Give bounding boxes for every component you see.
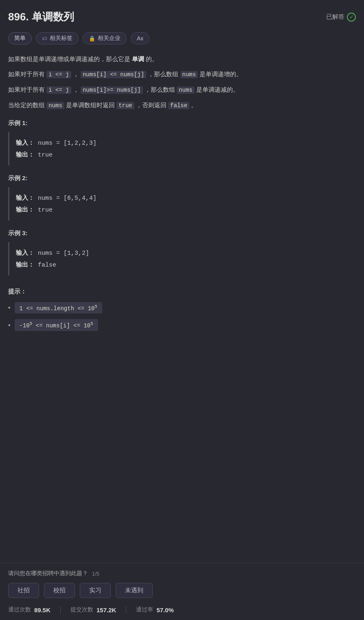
example-3-input: 输入： nums = [1,3,2] — [16, 247, 349, 259]
tags-row: 简单 🏷 相关标签 🔒 相关企业 Ax — [8, 32, 356, 44]
lock-icon: 🔒 — [89, 35, 95, 42]
example-2: 示例 2: 输入： nums = [6,5,4,4] 输出： true — [8, 174, 356, 221]
related-tags-btn[interactable]: 🏷 相关标签 — [36, 32, 79, 44]
solved-label: 已解答 — [326, 13, 344, 21]
difficulty-tag[interactable]: 简单 — [8, 32, 32, 44]
desc-line1: 如果数组是单调递增或单调递减的，那么它是 单调 的。 — [8, 53, 356, 64]
stat-pass-rate: 通过率 57.0% — [136, 606, 184, 613]
stat-rate-label: 通过率 — [136, 606, 153, 613]
desc-line3: 如果对于所有 i <= j ， nums[i]>= nums[j] ，那么数组 … — [8, 84, 356, 95]
recruitment-question: 请问您在哪类招聘中遇到此题？ 1/5 — [8, 570, 356, 577]
example-2-output: 输出： true — [16, 204, 349, 216]
main-content: 896. 单调数列 已解答 ✓ 简单 🏷 相关标签 🔒 相关企业 Ax — [0, 0, 364, 555]
example-1-title: 示例 1: — [8, 119, 356, 127]
tag-icon: 🏷 — [42, 35, 47, 42]
problem-name: 单调数列 — [32, 11, 74, 23]
recruitment-buttons: 社招 校招 实习 未遇到 — [8, 583, 356, 598]
stats-row: 通过次数 89.5K 提交次数 157.2K 通过率 57.0% — [8, 606, 356, 613]
recruit-btn-none[interactable]: 未遇到 — [116, 583, 153, 598]
example-3-output: 输出： false — [16, 259, 349, 271]
stat-rate-value: 57.0% — [156, 607, 174, 613]
hint-code-1: 1 <= nums.length <= 105 — [15, 302, 102, 314]
example-3-block: 输入： nums = [1,3,2] 输出： false — [8, 242, 356, 276]
hints-title: 提示： — [8, 288, 356, 296]
difficulty-label: 简单 — [14, 35, 26, 42]
recruit-btn-intern[interactable]: 实习 — [80, 583, 111, 598]
example-1-block: 输入： nums = [1,2,2,3] 输出： true — [8, 132, 356, 165]
stat-submit-count: 提交次数 157.2K — [70, 606, 126, 613]
problem-title: 896. 单调数列 — [8, 10, 74, 24]
example-1-input: 输入： nums = [1,2,2,3] — [16, 137, 349, 149]
stat-pass-value: 89.5K — [34, 607, 50, 613]
title-row: 896. 单调数列 已解答 ✓ — [8, 10, 356, 24]
example-3: 示例 3: 输入： nums = [1,3,2] 输出： false — [8, 229, 356, 276]
recruitment-page-count: 1/5 — [92, 571, 99, 577]
related-tags-label: 相关标签 — [50, 35, 72, 42]
desc-line2: 如果对于所有 i <= j ， nums[i] <= nums[j] ，那么数组… — [8, 68, 356, 80]
stat-pass-label: 通过次数 — [8, 606, 31, 613]
desc-line4: 当给定的数组 nums 是单调数组时返回 true ，否则返回 false 。 — [8, 99, 356, 111]
hints-section: 提示： • 1 <= nums.length <= 105 • -105 <= … — [8, 288, 356, 331]
stat-submit-label: 提交次数 — [70, 606, 93, 613]
recruit-btn-social[interactable]: 社招 — [8, 583, 39, 598]
font-label: Ax — [137, 35, 143, 42]
hint-item-2: • -105 <= nums[i] <= 105 — [8, 319, 356, 331]
related-company-btn[interactable]: 🔒 相关企业 — [83, 32, 127, 44]
example-1-output: 输出： true — [16, 149, 349, 161]
bullet-2: • — [8, 322, 11, 329]
example-2-title: 示例 2: — [8, 174, 356, 182]
font-btn[interactable]: Ax — [131, 32, 149, 44]
footer-section: 请问您在哪类招聘中遇到此题？ 1/5 社招 校招 实习 未遇到 通过次数 89.… — [0, 563, 364, 620]
related-company-label: 相关企业 — [98, 35, 121, 42]
example-3-title: 示例 3: — [8, 229, 356, 237]
recruitment-question-text: 请问您在哪类招聘中遇到此题？ — [8, 570, 88, 577]
stat-submit-value: 157.2K — [96, 607, 116, 613]
hint-item-1: • 1 <= nums.length <= 105 — [8, 302, 356, 314]
page-container: 896. 单调数列 已解答 ✓ 简单 🏷 相关标签 🔒 相关企业 Ax — [0, 0, 364, 620]
example-2-input: 输入： nums = [6,5,4,4] — [16, 192, 349, 204]
example-2-block: 输入： nums = [6,5,4,4] 输出： true — [8, 187, 356, 221]
solved-check-icon: ✓ — [347, 13, 356, 22]
example-1: 示例 1: 输入： nums = [1,2,2,3] 输出： true — [8, 119, 356, 165]
problem-number: 896. — [8, 11, 29, 23]
stat-pass-count: 通过次数 89.5K — [8, 606, 61, 613]
description: 如果数组是单调递增或单调递减的，那么它是 单调 的。 如果对于所有 i <= j… — [8, 53, 356, 111]
bullet-1: • — [8, 304, 11, 311]
solved-badge: 已解答 ✓ — [326, 13, 356, 22]
hint-code-2: -105 <= nums[i] <= 105 — [15, 319, 98, 331]
recruit-btn-campus[interactable]: 校招 — [44, 583, 75, 598]
